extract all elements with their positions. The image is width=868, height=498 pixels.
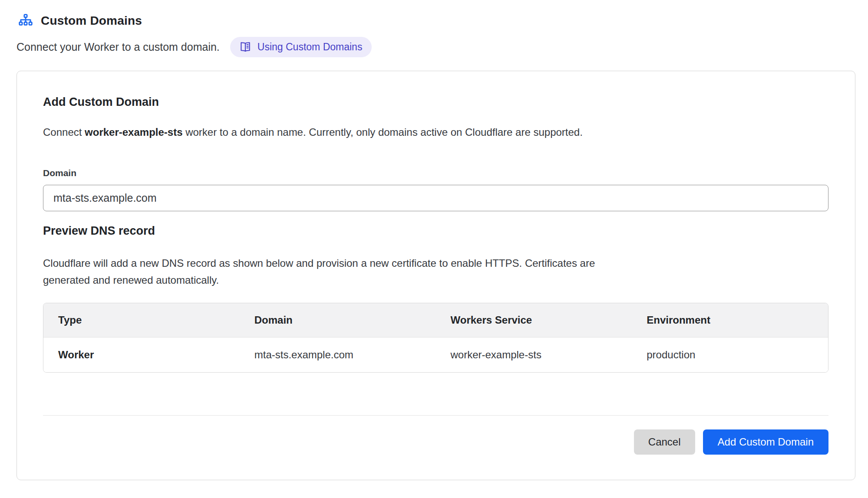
cell-domain: mta-sts.example.com [240,337,436,372]
cell-type: Worker [43,337,240,372]
panel-intro: Connect worker-example-sts worker to a d… [43,126,828,138]
column-header-workers-service: Workers Service [436,303,632,337]
table-row: Worker mta-sts.example.com worker-exampl… [43,337,828,372]
column-header-domain: Domain [240,303,436,337]
worker-name: worker-example-sts [85,126,182,138]
intro-prefix: Connect [43,126,85,138]
table-header-row: Type Domain Workers Service Environment [43,303,828,337]
cell-environment: production [632,337,828,372]
dns-preview-table: Type Domain Workers Service Environment … [43,303,828,373]
cancel-button[interactable]: Cancel [634,429,695,455]
page-title: Custom Domains [41,14,142,28]
page-subtitle-row: Connect your Worker to a custom domain. … [17,37,868,57]
description-line-2: generated and renewed automatically. [43,274,219,286]
docs-link-label: Using Custom Domains [257,41,363,53]
page-header: Custom Domains [17,13,868,29]
column-header-environment: Environment [632,303,828,337]
cell-workers-service: worker-example-sts [436,337,632,372]
domain-input[interactable] [43,185,828,211]
page-subtitle: Connect your Worker to a custom domain. [17,41,220,53]
preview-dns-heading: Preview DNS record [43,224,828,238]
book-icon [239,40,252,53]
intro-suffix: worker to a domain name. Currently, only… [183,126,583,138]
preview-dns-description: Cloudflare will add a new DNS record as … [43,255,828,288]
footer-divider [43,415,828,416]
action-buttons: Cancel Add Custom Domain [43,429,828,455]
panel-heading: Add Custom Domain [43,95,828,109]
add-custom-domain-panel: Add Custom Domain Connect worker-example… [17,71,855,480]
domain-field-label: Domain [43,168,828,178]
hierarchy-icon [17,13,34,29]
description-line-1: Cloudflare will add a new DNS record as … [43,257,595,269]
column-header-type: Type [43,303,240,337]
custom-domains-page: Custom Domains Connect your Worker to a … [0,0,868,480]
add-custom-domain-button[interactable]: Add Custom Domain [703,429,828,455]
docs-link[interactable]: Using Custom Domains [230,37,372,57]
